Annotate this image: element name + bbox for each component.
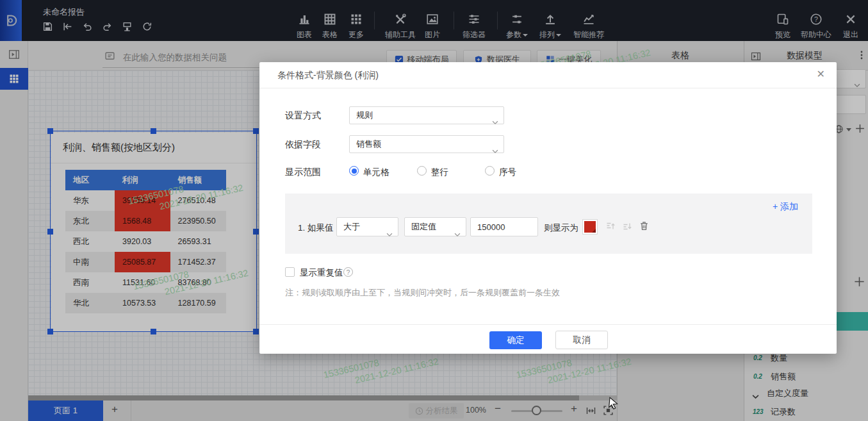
set-mode-select[interactable]: 规则 — [349, 106, 504, 124]
rules-panel: + 添加 1. 如果值 大于 固定值 则显示为 — [285, 194, 812, 254]
red-color-fill — [584, 221, 596, 233]
dialog-title: 条件格式-背景颜色 (利润) — [277, 70, 379, 81]
rule-value-input[interactable] — [470, 217, 538, 236]
chevron-down-icon — [492, 114, 498, 131]
dialog-footer-divider — [259, 324, 837, 325]
app-window: 未命名报告 图表 表格 更多 辅助工具 图片 筛选器 — [0, 0, 868, 421]
rule-prefix: 1. 如果值 — [298, 222, 334, 234]
confirm-label: 确定 — [507, 334, 525, 346]
rule-order-note: 注：规则读取顺序由上至下，当规则间冲突时，后一条规则覆盖前一条生效 — [285, 287, 560, 299]
show-duplicates-checkbox[interactable] — [285, 267, 295, 277]
then-display-label: 则显示为 — [544, 222, 578, 234]
delete-rule-icon[interactable] — [639, 220, 650, 234]
rule-value-type: 固定值 — [411, 222, 436, 231]
cancel-label: 取消 — [573, 334, 591, 346]
cancel-button[interactable]: 取消 — [555, 331, 608, 349]
rule-operator-select[interactable]: 大于 — [336, 217, 398, 236]
chevron-down-icon — [386, 226, 393, 244]
based-field-select[interactable]: 销售额 — [349, 135, 504, 153]
radio-cell-label[interactable]: 单元格 — [363, 167, 389, 178]
move-rule-up-icon[interactable] — [605, 221, 616, 234]
based-field-label: 依据字段 — [285, 139, 321, 151]
add-rule-link[interactable]: + 添加 — [773, 201, 798, 213]
dialog-close-icon[interactable]: ✕ — [817, 69, 825, 79]
rule-operator-value: 大于 — [343, 222, 360, 231]
radio-serial-number[interactable] — [485, 166, 495, 176]
radio-cell[interactable] — [349, 166, 359, 176]
move-rule-down-icon[interactable] — [622, 221, 632, 234]
show-duplicates-label[interactable]: 显示重复值 — [300, 267, 343, 279]
set-mode-label: 设置方式 — [285, 110, 321, 122]
based-field-value: 销售额 — [356, 139, 381, 149]
help-circle-icon[interactable]: ? — [343, 267, 353, 277]
dialog-header: 条件格式-背景颜色 (利润) ✕ — [259, 62, 837, 88]
display-range-label: 显示范围 — [285, 167, 321, 178]
radio-whole-row[interactable] — [417, 166, 427, 176]
chevron-down-icon — [454, 226, 461, 244]
rule-value-type-select[interactable]: 固定值 — [404, 217, 466, 236]
rule-color-swatch[interactable] — [582, 219, 598, 235]
set-mode-value: 规则 — [356, 110, 373, 120]
confirm-button[interactable]: 确定 — [489, 331, 542, 349]
conditional-format-dialog: 条件格式-背景颜色 (利润) ✕ 设置方式 规则 依据字段 销售额 显示范围 单… — [259, 62, 837, 354]
chevron-down-icon — [492, 143, 498, 160]
radio-serial-number-label[interactable]: 序号 — [499, 167, 516, 178]
radio-whole-row-label[interactable]: 整行 — [431, 167, 448, 178]
